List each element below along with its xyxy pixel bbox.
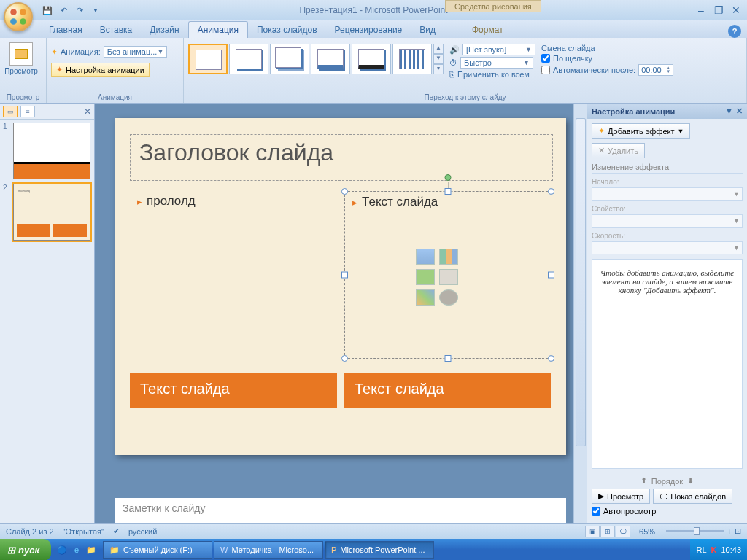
panel-close-icon[interactable]: ✕ (84, 106, 91, 117)
statusbar: Слайд 2 из 2 "Открытая" ✔ русский ▣ ⊞ 🖵 … (0, 523, 747, 539)
redo-icon[interactable]: ↷ (72, 3, 87, 18)
gallery-up-icon[interactable]: ▲ (433, 44, 444, 54)
text-box-1[interactable]: Текст слайда (130, 373, 337, 408)
help-button[interactable]: ? (728, 25, 741, 38)
resize-handle[interactable] (548, 355, 554, 362)
autopreview-checkbox[interactable]: Автопросмотр (592, 507, 743, 516)
apply-icon: ⎘ (449, 70, 454, 79)
apply-all-button[interactable]: ⎘Применить ко всем (449, 70, 535, 79)
title-placeholder[interactable]: Заголовок слайда (130, 134, 553, 181)
media-icon[interactable] (439, 289, 458, 306)
content-right-selected[interactable]: ▸Текст слайда (344, 191, 551, 359)
spell-icon[interactable]: ✔ (113, 526, 120, 536)
slide-thumb-2[interactable]: прололд (13, 184, 90, 241)
chart-icon[interactable] (439, 249, 458, 265)
taskpane-close-icon[interactable]: ✕ (736, 106, 743, 116)
start-button[interactable]: ⊞пуск (0, 539, 51, 560)
resize-handle[interactable] (548, 188, 554, 195)
transition-item[interactable] (229, 44, 268, 74)
tab-review[interactable]: Рецензирование (326, 22, 411, 38)
transition-item[interactable] (392, 44, 432, 74)
tray-clock[interactable]: 10:43 (721, 545, 741, 554)
zoom-slider[interactable] (666, 530, 724, 532)
table-icon[interactable] (416, 249, 435, 265)
preview-button[interactable]: Просмотр (4, 39, 38, 75)
slideshow-view-button[interactable]: 🖵 (616, 526, 630, 537)
sorter-view-button[interactable]: ⊞ (600, 526, 615, 537)
reorder-up-icon[interactable]: ⬆ (640, 476, 647, 486)
on-click-checkbox[interactable]: По щелчку (541, 54, 673, 63)
tab-slideshow[interactable]: Показ слайдов (248, 22, 326, 38)
clipart-icon[interactable] (416, 289, 435, 306)
tray-kaspersky-icon[interactable]: K (711, 545, 717, 554)
sound-combo[interactable]: [Нет звука]▼ (462, 44, 535, 55)
tab-home[interactable]: Главная (40, 22, 91, 38)
remove-effect-button[interactable]: ✕Удалить (592, 143, 645, 158)
taskbar-task[interactable]: WМетодичка - Microso... (214, 541, 323, 559)
tab-insert[interactable]: Вставка (91, 22, 142, 38)
tray-lang[interactable]: RL (696, 545, 706, 554)
zoom-out-button[interactable]: − (658, 527, 662, 536)
zoom-in-button[interactable]: + (727, 527, 732, 536)
resize-handle[interactable] (341, 188, 348, 195)
auto-after-checkbox[interactable]: Автоматически после: 00:00▲▼ (541, 64, 673, 76)
office-button[interactable] (4, 2, 33, 31)
property-combo[interactable]: ▼ (592, 214, 743, 228)
tab-animation[interactable]: Анимация (188, 21, 248, 38)
slide-thumb-1[interactable] (13, 122, 90, 179)
close-button[interactable]: ✕ (729, 4, 743, 16)
add-effect-button[interactable]: ✦Добавить эффект ▼ (592, 123, 690, 139)
resize-handle[interactable] (445, 355, 452, 362)
slides-tab[interactable]: ▭ (3, 106, 18, 117)
taskpane-title: Настройка анимации ▼✕ (587, 104, 747, 119)
smartart-icon[interactable] (416, 269, 435, 285)
tab-design[interactable]: Дизайн (141, 22, 187, 38)
vertical-scrollbar[interactable] (573, 104, 587, 523)
thumb-number: 2 (3, 184, 10, 241)
normal-view-button[interactable]: ▣ (585, 526, 600, 537)
slide-canvas[interactable]: Заголовок слайда ▸прололд ▸Текст слайда (115, 118, 566, 455)
slideshow-button[interactable]: 🖵Показ слайдов (653, 489, 732, 504)
speed-combo[interactable]: ▼ (592, 241, 743, 254)
taskbar-task-active[interactable]: PMicrosoft PowerPoint ... (325, 541, 434, 559)
picture-icon[interactable] (439, 269, 458, 285)
transition-item[interactable] (270, 44, 309, 74)
animation-combo[interactable]: Без анимац...▼ (104, 46, 168, 58)
transition-item[interactable] (352, 44, 391, 74)
content-left[interactable]: ▸прололд (130, 191, 337, 359)
taskpane-dropdown-icon[interactable]: ▼ (725, 106, 733, 116)
ql-ie-icon[interactable]: e (70, 543, 83, 556)
star-icon: ✦ (51, 47, 58, 57)
play-button[interactable]: ▶Просмотр (592, 489, 650, 504)
resize-handle[interactable] (341, 355, 348, 362)
transition-item[interactable] (311, 44, 350, 74)
taskbar-task[interactable]: 📁Съемный диск (F:) (103, 541, 212, 559)
custom-animation-button[interactable]: ✦ Настройка анимации (51, 63, 150, 77)
transition-none[interactable] (188, 44, 228, 74)
resize-handle[interactable] (445, 188, 452, 195)
undo-icon[interactable]: ↶ (56, 3, 71, 18)
text-box-2[interactable]: Текст слайда (344, 373, 551, 408)
auto-time-spinner[interactable]: 00:00▲▼ (638, 64, 673, 76)
zoom-label[interactable]: 65% (639, 527, 655, 536)
tab-format[interactable]: Формат (463, 22, 512, 38)
reorder-down-icon[interactable]: ⬇ (687, 476, 694, 486)
start-combo[interactable]: ▼ (592, 187, 743, 201)
save-icon[interactable]: 💾 (40, 3, 55, 18)
qat-dropdown-icon[interactable]: ▼ (88, 3, 103, 18)
outline-tab[interactable]: ≡ (20, 106, 35, 117)
fit-button[interactable]: ⊡ (735, 526, 741, 536)
ql-desktop-icon[interactable]: 🔵 (55, 543, 69, 556)
maximize-button[interactable]: ❐ (711, 4, 726, 16)
speed-combo[interactable]: Быстро▼ (460, 57, 533, 69)
language[interactable]: русский (128, 527, 157, 536)
notes-pane[interactable]: Заметки к слайду (115, 495, 566, 523)
resize-handle[interactable] (548, 272, 554, 279)
rotate-handle[interactable] (445, 174, 452, 181)
resize-handle[interactable] (341, 272, 348, 279)
ql-explorer-icon[interactable]: 📁 (85, 543, 98, 556)
gallery-down-icon[interactable]: ▼ (433, 54, 444, 64)
minimize-button[interactable]: – (694, 4, 708, 16)
gallery-more-icon[interactable]: ▾ (433, 64, 444, 74)
tab-view[interactable]: Вид (411, 22, 444, 38)
